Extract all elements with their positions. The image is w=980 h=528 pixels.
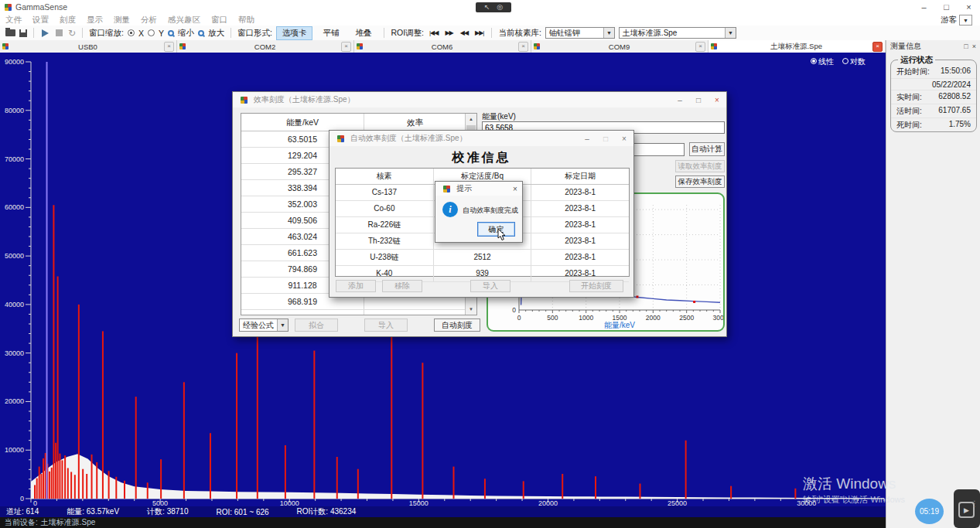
menu-item-显示[interactable]: 显示 — [87, 15, 103, 26]
screen-capture-pill[interactable]: ↖ ◎ — [476, 2, 511, 12]
toolbar-separator — [491, 28, 492, 38]
tab-label: COM6 — [366, 43, 518, 51]
scroll-down-icon[interactable]: ▼ — [466, 304, 476, 315]
nuclide-cell: Co-60 — [336, 201, 434, 216]
linear-scale-radio[interactable] — [811, 58, 817, 64]
save-icon[interactable] — [19, 29, 27, 37]
fit-button[interactable]: 拟合 — [295, 319, 338, 332]
app-icon — [337, 135, 344, 142]
read-efficiency-button[interactable]: 读取效率刻度 — [675, 160, 725, 172]
zoom-x-radio[interactable] — [128, 29, 135, 36]
add-button[interactable]: 添加 — [336, 280, 376, 292]
nuclide-cell: K-40 — [336, 266, 434, 281]
roi-first-icon[interactable]: |◀◀ — [429, 29, 438, 36]
date-column-header: 标定日期 — [531, 169, 629, 184]
tab-label: 土壤标准源.Spe — [720, 42, 872, 52]
nuclide-library-select[interactable]: 铀钍镭钾 ▼ — [545, 27, 615, 39]
auto-calibrate-button[interactable]: 自动刻度 — [434, 319, 480, 332]
start-acquisition-icon[interactable] — [42, 29, 49, 37]
minimize-button[interactable]: – — [913, 0, 935, 14]
user-dropdown-icon[interactable]: ▼ — [959, 15, 972, 26]
menu-item-文件[interactable]: 文件 — [5, 15, 22, 26]
remove-button[interactable]: 移除 — [382, 280, 422, 292]
form-stack-button[interactable]: 堆叠 — [349, 26, 377, 40]
scroll-up-icon[interactable]: ▲ — [466, 114, 476, 124]
tab-土壤标准源.Spe[interactable]: 土壤标准源.Spe× — [709, 40, 886, 53]
menu-item-帮助[interactable]: 帮助 — [238, 15, 254, 26]
recorder-more-icon[interactable]: ⋮ — [971, 501, 978, 506]
tab-COM9[interactable]: COM9× — [531, 40, 709, 53]
menu-item-测量[interactable]: 测量 — [114, 15, 130, 26]
zoom-y-radio[interactable] — [148, 29, 155, 36]
app-icon — [2, 43, 9, 49]
recorder-control-box[interactable]: ▶ ⋮ — [954, 489, 980, 528]
x-tick-label: 500 — [547, 314, 558, 322]
device-bar: 当前设备: 土壤标准源.Spe — [0, 517, 886, 528]
panel-float-icon[interactable]: □ — [964, 43, 968, 50]
status-segment: ROI计数: 436234 — [297, 506, 357, 517]
menu-item-设置[interactable]: 设置 — [32, 15, 49, 26]
log-scale-radio[interactable] — [842, 58, 849, 64]
recording-timer-badge[interactable]: 05:19 — [915, 499, 944, 524]
zoom-out-icon[interactable] — [168, 30, 174, 36]
tab-USB0[interactable]: USB0× — [0, 40, 177, 53]
minimize-button[interactable]: – — [671, 92, 689, 107]
spectrum-file-select[interactable]: 土壤标准源.Spe ▼ — [619, 27, 736, 39]
open-file-icon[interactable] — [5, 29, 15, 36]
dropdown-icon[interactable]: ▼ — [277, 319, 288, 331]
tab-close-icon[interactable]: × — [518, 42, 528, 52]
auto-calc-button[interactable]: 自动计算 — [689, 142, 725, 156]
efficiency-dialog-titlebar[interactable]: 效率刻度（土壤标准源.Spe） – □ × — [233, 92, 726, 107]
date-cell: 2023-8-1 — [531, 250, 629, 265]
y-tick-label: 90000 — [5, 58, 24, 66]
form-tabs-button[interactable]: 选项卡 — [276, 26, 313, 40]
date-cell: 2023-8-1 — [531, 217, 629, 233]
refresh-icon[interactable]: ↻ — [68, 29, 76, 38]
stop-acquisition-icon[interactable] — [56, 29, 63, 36]
save-efficiency-button[interactable]: 保存效率刻度 — [675, 175, 725, 188]
tab-close-icon[interactable]: × — [164, 42, 174, 52]
user-box[interactable]: 游客 ▼ — [941, 15, 972, 26]
roi-backward-icon[interactable]: ◀◀ — [460, 29, 468, 36]
close-button[interactable]: × — [708, 92, 726, 107]
tab-close-icon[interactable]: × — [341, 42, 351, 52]
run-status-row: 05/22/2024 — [891, 79, 976, 90]
zoom-in-button[interactable]: 放大 — [208, 28, 224, 39]
maximize-button[interactable]: □ — [689, 92, 708, 107]
close-icon[interactable]: × — [508, 185, 522, 193]
tab-COM6[interactable]: COM6× — [354, 40, 531, 53]
table-row[interactable]: U-238链25122023-8-1 — [336, 250, 629, 266]
roi-last-icon[interactable]: ▶▶| — [475, 29, 483, 36]
capture-cursor-icon[interactable]: ↖ — [484, 4, 490, 11]
roi-forward-icon[interactable]: ▶▶ — [445, 29, 452, 36]
dropdown-icon[interactable]: ▼ — [725, 28, 736, 38]
tab-close-icon[interactable]: × — [695, 42, 705, 52]
minimize-button[interactable]: – — [578, 131, 596, 146]
ok-button[interactable]: 确定 — [477, 222, 515, 237]
close-button[interactable]: × — [615, 131, 633, 146]
tab-COM2[interactable]: COM2× — [177, 40, 354, 53]
table-row[interactable]: 1000.970.0153726 — [241, 310, 476, 315]
menu-item-刻度[interactable]: 刻度 — [60, 15, 76, 26]
y-tick-label: 70000 — [5, 155, 24, 163]
capture-record-icon[interactable]: ◎ — [497, 4, 503, 11]
maximize-button[interactable]: □ — [935, 0, 958, 14]
formula-select[interactable]: 经验公式 ▼ — [239, 319, 289, 332]
form-tile-button[interactable]: 平铺 — [316, 26, 345, 40]
zoom-out-button[interactable]: 缩小 — [178, 28, 194, 39]
zoom-in-icon[interactable] — [198, 30, 204, 36]
nuclide-cell: Ra-226链 — [336, 217, 434, 233]
menu-item-感兴趣区[interactable]: 感兴趣区 — [168, 15, 200, 26]
auto-dialog-titlebar[interactable]: 自动效率刻度（土壤标准源.Spe） – □ × — [330, 131, 633, 146]
message-box-titlebar[interactable]: 提示 × — [435, 182, 522, 196]
tab-close-icon[interactable]: × — [872, 42, 883, 52]
menu-item-分析[interactable]: 分析 — [141, 15, 157, 26]
panel-close-icon[interactable]: × — [972, 43, 976, 50]
x-tick-label: 15000 — [409, 499, 429, 506]
menu-item-窗口[interactable]: 窗口 — [211, 15, 227, 26]
dropdown-icon[interactable]: ▼ — [603, 28, 614, 38]
start-calibration-button[interactable]: 开始刻度 — [569, 280, 623, 292]
import-button[interactable]: 导入 — [364, 319, 408, 332]
import-button[interactable]: 导入 — [470, 280, 510, 292]
close-button[interactable]: × — [958, 0, 980, 14]
